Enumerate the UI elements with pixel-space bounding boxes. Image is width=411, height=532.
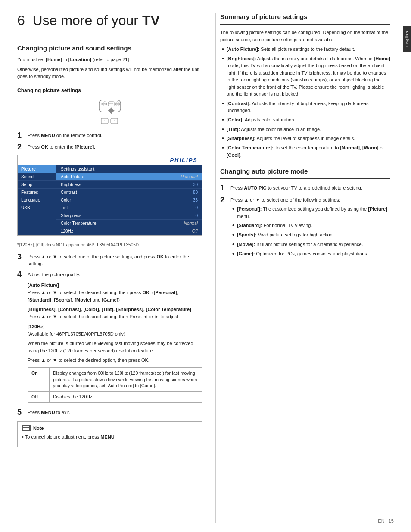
table-row-on: On Display changes from 60Hz to 120Hz (1… bbox=[28, 367, 202, 391]
menu-item-sound: Sound bbox=[18, 173, 56, 181]
sub-auto-picture-title: [Auto Picture] bbox=[28, 283, 202, 288]
bullet-color: [Color]: Adjusts color saturation. bbox=[222, 116, 390, 124]
chapter-divider bbox=[17, 37, 202, 37]
step-4: 4 Adjust the picture quality. bbox=[17, 270, 202, 280]
bullet-game: [Game]: Optimized for PCs, games console… bbox=[232, 250, 390, 258]
bullet-sports: [Sports]: Vivid picture settings for hig… bbox=[232, 231, 390, 239]
sub-120hz-press: Press ▲ or ▼ to select the desired optio… bbox=[28, 357, 202, 364]
sub-brightness-text: Press ▲ or ▼ to select the desired setti… bbox=[28, 313, 202, 320]
remote-svg: EXIT MENU OK + bbox=[73, 98, 146, 126]
svg-text:MENU: MENU bbox=[108, 102, 115, 105]
menu-right-panel: Settings assistant Auto Picture Personal… bbox=[56, 165, 202, 235]
auto-picture-title: Changing auto picture mode bbox=[220, 168, 390, 175]
footer-page: 15 bbox=[389, 518, 394, 523]
table-off-label: Off bbox=[28, 392, 50, 403]
menu-item-settings-assistant: Settings assistant bbox=[56, 165, 202, 173]
menu-body: Picture Sound Setup Features Language US… bbox=[18, 165, 202, 235]
note-header: Note bbox=[22, 425, 198, 431]
right-column: Summary of picture settings The followin… bbox=[215, 13, 390, 523]
menu-item-color: Color 36 bbox=[56, 196, 202, 204]
note-icon bbox=[22, 425, 31, 431]
hz-table: On Display changes from 60Hz to 120Hz (1… bbox=[28, 367, 202, 403]
bullet-auto-picture: [Auto Picture]: Sets all picture setting… bbox=[222, 46, 390, 53]
svg-text:+: + bbox=[104, 119, 106, 122]
bullet-tint: [Tint]: Adjusts the color balance in an … bbox=[222, 126, 390, 133]
note-icon-line-1 bbox=[23, 426, 29, 427]
summary-intro: The following picture settings can be co… bbox=[220, 29, 390, 43]
step-1: 1 Press MENU on the remote control. bbox=[17, 131, 202, 140]
section1-intro2: Otherwise, personalized picture and soun… bbox=[17, 66, 202, 80]
remote-illustration: EXIT MENU OK + bbox=[17, 98, 202, 126]
page-footer: EN 15 bbox=[378, 518, 394, 523]
menu-item-picture: Picture bbox=[18, 165, 56, 173]
menu-item-sharpness: Sharpness 0 bbox=[56, 212, 202, 220]
changing-picture-title: Changing picture settings bbox=[17, 87, 202, 93]
svg-text:EXIT: EXIT bbox=[101, 103, 107, 106]
menu-item-language: Language bbox=[18, 196, 56, 204]
menu-item-auto-picture: Auto Picture Personal bbox=[56, 173, 202, 181]
note-text: • To cancel picture adjustment, press ME… bbox=[22, 433, 198, 441]
language-tab-label: English bbox=[405, 31, 409, 47]
chapter-title-pre: Use more of your bbox=[33, 12, 138, 28]
table-off-desc: Disables the 120Hz. bbox=[50, 392, 202, 403]
menu-item-features: Features bbox=[18, 189, 56, 196]
thin-divider-1 bbox=[17, 84, 202, 84]
section1-intro1: You must set [Home] in [Location] (refer… bbox=[17, 56, 202, 63]
section1-title: Changing picture and sound settings bbox=[17, 44, 202, 52]
menu-item-color-temp: Color Temperature Normal bbox=[56, 220, 202, 227]
sub-items: [Auto Picture] Press ▲ or ▼ to select th… bbox=[17, 283, 202, 402]
chapter-title-bold: TV bbox=[142, 12, 160, 28]
menu-header: PHILIPS bbox=[18, 155, 202, 165]
auto-step-1: 1 Press AUTO PIC to set your TV to a pre… bbox=[220, 184, 390, 193]
svg-point-11 bbox=[109, 109, 113, 112]
note-box: Note • To cancel picture adjustment, pre… bbox=[17, 421, 202, 447]
menu-item-120hz: 120Hz Off bbox=[56, 227, 202, 235]
chapter-number: 6 bbox=[17, 12, 25, 28]
sub-120hz-title: [120Hz] bbox=[28, 324, 202, 329]
menu-table: PHILIPS Picture Sound Setup Features Lan… bbox=[17, 155, 202, 236]
svg-text:OK: OK bbox=[116, 103, 119, 106]
note-icon-line-2 bbox=[23, 428, 29, 429]
menu-item-setup: Setup bbox=[18, 181, 56, 189]
step-2: 2 Press OK to enter the [Picture]. bbox=[17, 143, 202, 152]
menu-item-tint: Tint 0 bbox=[56, 204, 202, 212]
menu-item-usb: USB bbox=[18, 204, 56, 212]
sub-auto-picture-text: Press ▲ or ▼ to select the desired setti… bbox=[28, 289, 202, 303]
summary-bullets: [Auto Picture]: Sets all picture setting… bbox=[220, 46, 390, 159]
chapter-title: 6 Use more of your TV bbox=[17, 13, 202, 28]
bullet-movie: [Movie]: Brilliant picture settings for … bbox=[232, 241, 390, 248]
footnote-120hz: *[120Hz], [Off] does NOT appear on 46PFL… bbox=[17, 242, 202, 248]
left-column: 6 Use more of your TV Changing picture a… bbox=[17, 13, 202, 523]
table-on-label: On bbox=[28, 367, 50, 391]
bullet-personal: [Personal]: The customized settings you … bbox=[232, 205, 390, 220]
table-on-desc: Display changes from 60Hz to 120Hz (120 … bbox=[50, 367, 202, 391]
step-5: 5 Press MENU to exit. bbox=[17, 408, 202, 417]
summary-divider bbox=[220, 24, 390, 25]
svg-text:+: + bbox=[113, 119, 115, 122]
auto-picture-divider bbox=[220, 163, 390, 163]
footer-lang: EN bbox=[378, 518, 384, 523]
note-label: Note bbox=[33, 426, 44, 431]
sub-brightness-title: [Brightness], [Contrast], [Color], [Tint… bbox=[28, 307, 202, 312]
table-row-off: Off Disables the 120Hz. bbox=[28, 392, 202, 403]
menu-left-panel: Picture Sound Setup Features Language US… bbox=[18, 165, 56, 235]
language-tab: English bbox=[403, 26, 411, 52]
menu-item-brightness: Brightness 30 bbox=[56, 181, 202, 189]
sub-120hz-avail: (Available for 46PFL3705D/40PFL3705D onl… bbox=[28, 330, 202, 338]
bullet-standard: [Standard]: For normal TV viewing. bbox=[232, 222, 390, 229]
philips-logo: PHILIPS bbox=[170, 157, 198, 163]
bullet-contrast: [Contrast]: Adjusts the intensity of bri… bbox=[222, 100, 390, 114]
auto-picture-section-divider bbox=[220, 178, 390, 179]
bullet-brightness: [Brightness]: Adjusts the intensity and … bbox=[222, 55, 390, 98]
menu-item-contrast: Contrast 80 bbox=[56, 189, 202, 196]
note-icon-line-3 bbox=[23, 429, 29, 430]
auto-picture-mode-bullets: [Personal]: The customized settings you … bbox=[230, 205, 390, 257]
summary-title: Summary of picture settings bbox=[220, 13, 390, 20]
bullet-color-temp: [Color Temperature]: To set the color te… bbox=[222, 144, 390, 159]
sub-120hz-text: When the picture is blurred while viewin… bbox=[28, 340, 202, 354]
step-3: 3 Press ▲ or ▼ to select one of the pict… bbox=[17, 252, 202, 268]
auto-step-2: 2 Press ▲ or ▼ to select one of the foll… bbox=[220, 196, 390, 262]
auto-picture-steps: 1 Press AUTO PIC to set your TV to a pre… bbox=[220, 184, 390, 261]
note-icon-lines bbox=[23, 426, 29, 430]
bullet-sharpness: [Sharpness]: Adjusts the level of sharpn… bbox=[222, 135, 390, 142]
